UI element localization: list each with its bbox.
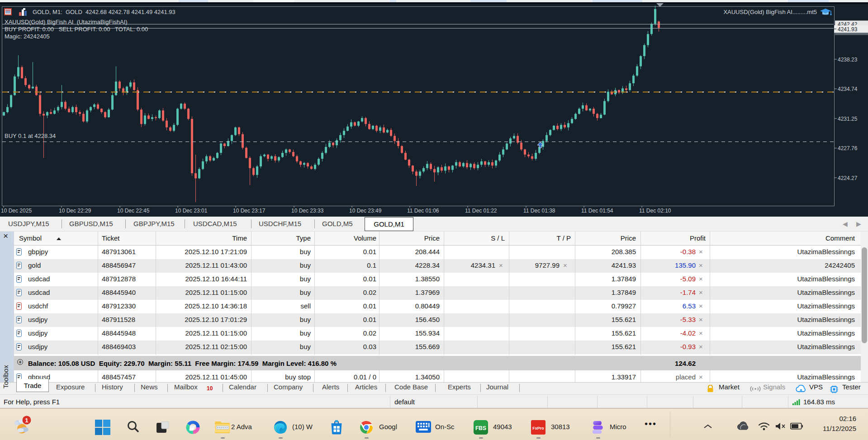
svg-text:10 Dec 23:17: 10 Dec 23:17 — [233, 208, 266, 214]
svg-text:11 Dec 01:38: 11 Dec 01:38 — [523, 208, 555, 214]
svg-text:Magic: 24242405: Magic: 24242405 — [5, 33, 50, 40]
svg-text:FxPro: FxPro — [532, 426, 544, 431]
svg-text:11 Dec 01:22: 11 Dec 01:22 — [465, 208, 497, 214]
svg-text:XAUUSD(Gold) BigFish AI.......: XAUUSD(Gold) BigFish AI.........mt5 — [723, 9, 817, 15]
svg-text:11 Dec 02:10: 11 Dec 02:10 — [639, 208, 671, 214]
svg-text:10 Dec 22:45: 10 Dec 22:45 — [117, 208, 150, 214]
svg-text:10 Dec 2025: 10 Dec 2025 — [1, 208, 32, 214]
svg-text:10 Dec 23:49: 10 Dec 23:49 — [349, 208, 382, 214]
svg-text:10 Dec 23:33: 10 Dec 23:33 — [291, 208, 324, 214]
svg-text:4241.93: 4241.93 — [838, 26, 858, 33]
svg-text:10 Dec 22:29: 10 Dec 22:29 — [59, 208, 91, 214]
svg-text:4231.25: 4231.25 — [838, 116, 858, 122]
svg-text:10 Dec 23:01: 10 Dec 23:01 — [175, 208, 208, 214]
svg-text:BUY PROFIT: 0.00 SELL PROFIT: BUY PROFIT: 0.00 SELL PROFIT: 0.00 TOTAL… — [5, 26, 148, 33]
svg-text:11 Dec 01:54: 11 Dec 01:54 — [581, 208, 613, 214]
svg-text:1: 1 — [25, 417, 28, 424]
svg-text:XAUUSD(Gold) BigFish AI (Utaz: XAUUSD(Gold) BigFish AI (UtazimaBigFishA… — [5, 19, 128, 25]
svg-text:4224.27: 4224.27 — [838, 175, 858, 181]
svg-text:4234.74: 4234.74 — [838, 86, 858, 92]
svg-text:GOLD, M1: GOLD 4242.68 4242.: GOLD, M1: GOLD 4242.68 4242.78 4241.49 4… — [33, 9, 175, 15]
svg-text:4227.76: 4227.76 — [838, 145, 858, 151]
svg-text:11 Dec 01:06: 11 Dec 01:06 — [407, 208, 439, 214]
svg-text:FBS: FBS — [475, 425, 486, 431]
svg-text:BUY 0.1 at 4228.34: BUY 0.1 at 4228.34 — [5, 132, 56, 139]
svg-text:4238.23: 4238.23 — [838, 57, 858, 63]
